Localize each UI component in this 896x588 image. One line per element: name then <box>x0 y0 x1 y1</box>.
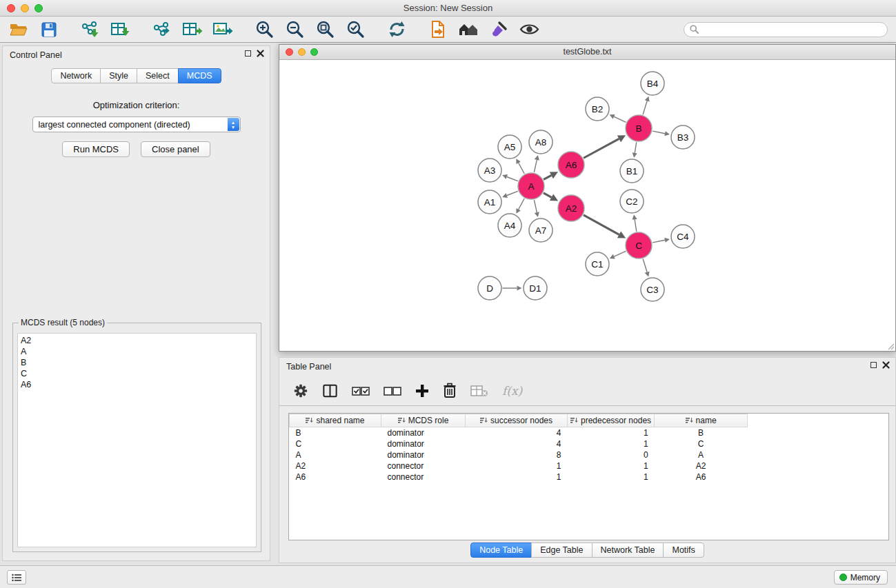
deselect-all-button[interactable] <box>384 385 401 396</box>
graph-node-C3[interactable]: C3 <box>641 278 664 301</box>
close-table-panel-icon[interactable] <box>882 361 890 369</box>
table-tab-node-table[interactable]: Node Table <box>470 543 532 558</box>
table-row[interactable]: Bdominator41B <box>290 427 748 438</box>
tab-select[interactable]: Select <box>137 68 179 83</box>
graph-edge-A-A2[interactable] <box>544 193 558 201</box>
graph-node-C4[interactable]: C4 <box>671 225 695 248</box>
network-close-button[interactable] <box>286 48 293 56</box>
graph-edge-A6-B[interactable] <box>584 135 626 158</box>
graph-edge-A-A6[interactable] <box>544 172 558 179</box>
status-list-button[interactable] <box>7 570 26 585</box>
table-tab-motifs[interactable]: Motifs <box>663 543 704 558</box>
zoom-fit-button[interactable] <box>313 19 337 40</box>
table-tab-edge-table[interactable]: Edge Table <box>531 543 592 558</box>
column-header-shared-name[interactable]: shared name <box>290 414 381 427</box>
add-column-button[interactable] <box>415 384 429 398</box>
open-recent-button[interactable] <box>426 19 450 40</box>
mcds-result-item[interactable]: B <box>21 357 253 368</box>
search-input[interactable] <box>703 25 882 34</box>
table-row[interactable]: Cdominator41C <box>290 438 748 449</box>
zoom-window-button[interactable] <box>34 4 43 12</box>
network-minimize-button[interactable] <box>298 48 306 56</box>
import-network-button[interactable] <box>79 19 102 40</box>
tab-mcds[interactable]: MCDS <box>178 68 221 83</box>
graph-edge-C-C3[interactable] <box>643 259 649 277</box>
graph-node-A4[interactable]: A4 <box>498 214 521 237</box>
open-session-button[interactable] <box>7 19 30 40</box>
table-row[interactable]: A2connector11A2 <box>290 460 748 472</box>
graph-node-D1[interactable]: D1 <box>524 276 547 300</box>
main-titlebar[interactable]: Session: New Session <box>0 0 896 17</box>
mcds-result-list[interactable]: A2ABCA6 <box>17 333 257 547</box>
graph-node-B4[interactable]: B4 <box>641 72 664 95</box>
column-header-MCDS-role[interactable]: MCDS role <box>381 414 466 427</box>
zoom-selected-button[interactable] <box>344 19 367 40</box>
network-graph[interactable]: B4B2BB3A8A5A6A3B1AA1C2A2A4A7C4CC1C3DD1 <box>279 60 895 351</box>
show-details-button[interactable] <box>517 19 541 40</box>
graph-node-D[interactable]: D <box>478 276 501 300</box>
graph-edge-C-C2[interactable] <box>633 214 637 231</box>
graph-edge-D-D1[interactable] <box>503 285 522 290</box>
zoom-in-button[interactable] <box>252 19 276 40</box>
graph-node-A1[interactable]: A1 <box>478 190 501 214</box>
graph-node-B3[interactable]: B3 <box>671 125 695 149</box>
graph-node-B1[interactable]: B1 <box>620 159 644 183</box>
mcds-result-item[interactable]: A2 <box>21 335 253 346</box>
delete-table-button[interactable] <box>470 384 488 398</box>
graph-node-C2[interactable]: C2 <box>620 190 644 213</box>
graph-node-B2[interactable]: B2 <box>586 97 609 121</box>
column-header-name[interactable]: name <box>655 414 748 427</box>
table-settings-button[interactable] <box>293 383 308 398</box>
graph-edge-B-B4[interactable] <box>643 97 650 115</box>
graph-edge-A-A3[interactable] <box>502 174 518 181</box>
graph-node-A3[interactable]: A3 <box>478 159 501 182</box>
graph-edge-A-A5[interactable] <box>516 159 524 174</box>
graph-node-A6[interactable]: A6 <box>558 152 584 178</box>
show-overview-button[interactable] <box>457 19 480 40</box>
tab-network[interactable]: Network <box>51 68 101 83</box>
graph-node-A7[interactable]: A7 <box>529 219 552 242</box>
resize-grip-icon[interactable] <box>886 342 895 350</box>
graph-node-A8[interactable]: A8 <box>529 130 552 154</box>
graph-node-B[interactable]: B <box>626 115 652 141</box>
close-panel-icon[interactable] <box>257 50 264 57</box>
graph-edge-B-B1[interactable] <box>633 142 637 158</box>
table-row[interactable]: A6connector11A6 <box>290 472 748 483</box>
function-builder-button[interactable]: f(x) <box>502 384 522 398</box>
column-header-predecessor-nodes[interactable]: predecessor nodes <box>568 414 655 427</box>
graph-node-A[interactable]: A <box>518 173 544 199</box>
graph-node-C1[interactable]: C1 <box>586 252 609 276</box>
network-canvas[interactable]: B4B2BB3A8A5A6A3B1AA1C2A2A4A7C4CC1C3DD1 <box>279 60 895 351</box>
graph-edge-A-A4[interactable] <box>516 199 524 214</box>
graph-node-A2[interactable]: A2 <box>558 195 584 221</box>
mcds-result-item[interactable]: A <box>21 346 253 357</box>
select-all-button[interactable] <box>352 385 370 396</box>
graph-edge-B-B3[interactable] <box>653 131 670 136</box>
import-table-button[interactable] <box>109 19 132 40</box>
save-session-button[interactable] <box>37 19 61 40</box>
export-table-button[interactable] <box>181 19 204 40</box>
float-panel-icon[interactable] <box>245 50 251 57</box>
table-row[interactable]: Adominator80A <box>290 449 748 460</box>
delete-column-button[interactable] <box>443 383 457 398</box>
network-window-titlebar[interactable]: testGlobe.txt <box>279 45 895 60</box>
style-brush-button[interactable] <box>487 19 510 40</box>
graph-edge-A-A8[interactable] <box>534 155 539 172</box>
minimize-window-button[interactable] <box>21 4 29 12</box>
close-window-button[interactable] <box>7 4 15 12</box>
network-zoom-button[interactable] <box>310 48 318 56</box>
split-columns-button[interactable] <box>322 383 338 398</box>
tab-style[interactable]: Style <box>100 68 137 83</box>
float-table-panel-icon[interactable] <box>870 362 877 368</box>
graph-edge-A-A1[interactable] <box>502 191 518 198</box>
mcds-result-item[interactable]: C <box>21 368 253 379</box>
memory-button[interactable]: Memory <box>834 570 888 585</box>
graph-edge-C-C4[interactable] <box>653 238 670 243</box>
column-header-successor-nodes[interactable]: successor nodes <box>466 414 568 427</box>
close-mcds-panel-button[interactable]: Close panel <box>141 141 210 157</box>
table-tab-network-table[interactable]: Network Table <box>592 543 664 558</box>
run-mcds-button[interactable]: Run MCDS <box>62 141 130 157</box>
zoom-out-button[interactable] <box>283 19 306 40</box>
graph-edge-C-C1[interactable] <box>610 251 626 258</box>
graph-edge-A2-C[interactable] <box>584 215 626 239</box>
